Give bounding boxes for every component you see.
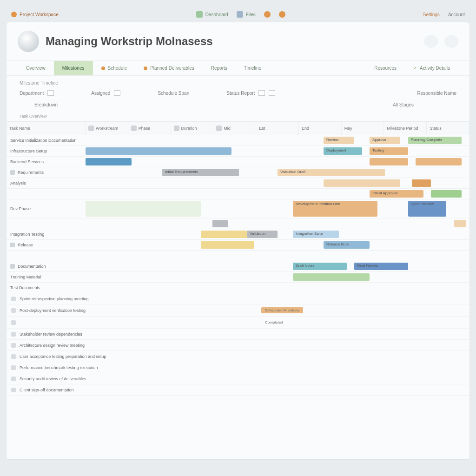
nav-settings[interactable]: Settings (423, 12, 440, 17)
row-track (86, 283, 469, 293)
gantt-bar[interactable]: Draft Notes (293, 263, 347, 270)
gantt-bar[interactable] (293, 273, 370, 281)
row-name: Integration Testing (7, 229, 86, 239)
gantt-bar[interactable]: Validation (247, 231, 278, 238)
gantt-row[interactable]: Infrastructure SetupDeploymentTesting (7, 146, 469, 157)
gantt-bar[interactable] (431, 190, 462, 198)
gantt-row[interactable]: Backend Services (7, 157, 469, 167)
row-name: Service Initialization Documentation (7, 135, 86, 145)
gantt-column[interactable]: May (342, 122, 384, 135)
gantt-row[interactable]: ReleaseRelease Build (7, 240, 469, 251)
gantt-bar[interactable] (454, 220, 466, 227)
gantt-row[interactable]: Service Initialization DocumentationRevi… (7, 135, 469, 146)
tab-resources[interactable]: Resources (366, 61, 405, 75)
nav-account[interactable]: Account (448, 12, 465, 17)
gantt-bar[interactable]: Testing (370, 147, 408, 155)
gantt-column[interactable]: Mid (213, 122, 256, 135)
list-row[interactable]: Performance benchmark testing execution (7, 362, 469, 373)
nav-files[interactable]: Files (237, 11, 256, 18)
gantt-bar[interactable]: Planning Complete (408, 137, 462, 144)
tab-milestones[interactable]: Milestones (54, 61, 93, 75)
more-icon[interactable] (444, 35, 458, 48)
list-row[interactable]: Architecture design review meeting (7, 340, 469, 351)
brand-icon (11, 12, 17, 17)
filter-span[interactable]: Schedule Span (158, 90, 189, 96)
gantt-row[interactable]: Analysis (7, 178, 469, 189)
tab-deliverables[interactable]: Planned Deliverables (135, 61, 203, 75)
gantt-column[interactable]: Phase (128, 122, 171, 135)
brand[interactable]: Project Workspace (11, 12, 59, 17)
filter-department[interactable]: Department (20, 90, 54, 96)
sync-icon[interactable] (424, 35, 438, 48)
gantt-bar[interactable] (201, 241, 255, 249)
gantt-bar[interactable]: Deployment (324, 147, 362, 155)
list-icon (11, 354, 16, 359)
nav-user2[interactable] (279, 11, 285, 18)
gantt-row[interactable]: Integration TestingValidationIntegration… (7, 229, 469, 240)
gantt-row[interactable]: DocumentationDraft NotesFinal Review (7, 261, 469, 272)
row-icon (10, 170, 15, 175)
gantt-bar[interactable]: Validation Draft (278, 169, 385, 176)
gantt-row[interactable] (7, 218, 469, 229)
list-row[interactable]: Stakeholder review dependencies (7, 329, 469, 340)
gantt-row[interactable]: Training Material (7, 272, 469, 283)
gantt-bar[interactable] (416, 158, 462, 165)
gantt-bar[interactable] (86, 147, 231, 155)
gantt-bar[interactable]: Sprint Review (408, 201, 447, 217)
column-icon (174, 126, 179, 131)
gantt-bar[interactable]: Client Approval (370, 190, 423, 198)
list-row[interactable]: Post-deployment verification testingSche… (7, 304, 469, 317)
gantt-bar[interactable]: Final Review (354, 263, 408, 270)
tab-timeline[interactable]: Timeline (236, 61, 270, 75)
gantt-bar[interactable] (212, 220, 228, 227)
filter-assigned[interactable]: Assigned (91, 90, 120, 96)
gantt-bar[interactable]: Release Build (324, 241, 370, 249)
gantt-bar[interactable] (86, 158, 132, 165)
filter-responsible[interactable]: Responsible Name (417, 90, 457, 96)
gantt-row[interactable]: Client Approval (7, 189, 469, 199)
gantt-column[interactable]: End (299, 122, 342, 135)
tab-overview[interactable]: Overview (18, 61, 54, 75)
gantt-bar[interactable]: Integration Suite (293, 231, 339, 238)
gantt-bar[interactable] (370, 158, 408, 165)
nav-dashboard[interactable]: Dashboard (196, 11, 228, 18)
list-row[interactable]: Completed (7, 317, 469, 329)
gantt-row[interactable]: Dev PhaseDevelopment Iteration OneSprint… (7, 199, 469, 218)
gantt-column[interactable]: Duration (171, 122, 214, 135)
gantt-column[interactable]: Milestone Period (384, 122, 427, 135)
tab-activity[interactable]: Activity Details (405, 61, 458, 75)
row-track: Initial RequirementsValidation Draft (86, 167, 469, 178)
gantt-bar[interactable] (412, 179, 431, 187)
gantt-bar[interactable] (86, 201, 201, 217)
gantt-bar[interactable] (201, 231, 247, 238)
row-name: Release (7, 240, 86, 250)
tab-reports[interactable]: Reports (203, 61, 236, 75)
gantt-row[interactable] (7, 251, 469, 261)
gantt-column[interactable]: Status (427, 122, 469, 135)
tab-bar: Overview Milestones Schedule Planned Del… (7, 61, 469, 76)
gantt-column[interactable]: Est (256, 122, 299, 135)
gantt-bar[interactable]: Review (324, 137, 354, 144)
list-row[interactable]: Sprint retrospective planning meeting (7, 293, 469, 304)
nav-user1[interactable] (264, 11, 271, 18)
grid-icon (196, 11, 203, 18)
list-row[interactable]: Security audit review of deliverables (7, 373, 469, 384)
row-name: Documentation (7, 261, 86, 271)
row-track (86, 178, 469, 188)
gantt-column[interactable]: Workstream (86, 122, 128, 135)
row-name: Dev Phase (7, 199, 86, 218)
list-row[interactable]: Client sign-off documentation (7, 384, 469, 396)
gantt-bar[interactable] (324, 179, 400, 187)
project-avatar[interactable] (18, 31, 39, 52)
gantt-bar[interactable]: Development Iteration One (293, 201, 377, 217)
filter-status[interactable]: Status Report (226, 90, 275, 96)
tab-schedule[interactable]: Schedule (93, 61, 136, 75)
avatar-icon (264, 11, 271, 18)
gantt-bar[interactable]: Approve (370, 137, 400, 144)
gantt-column[interactable]: Task Name (7, 122, 86, 135)
row-track: Development Iteration OneSprint Review (86, 199, 469, 218)
gantt-row[interactable]: RequirementsInitial RequirementsValidati… (7, 167, 469, 178)
gantt-row[interactable]: Test Documents (7, 283, 469, 293)
gantt-bar[interactable]: Initial Requirements (162, 169, 239, 176)
list-row[interactable]: User acceptance testing preparation and … (7, 351, 469, 362)
